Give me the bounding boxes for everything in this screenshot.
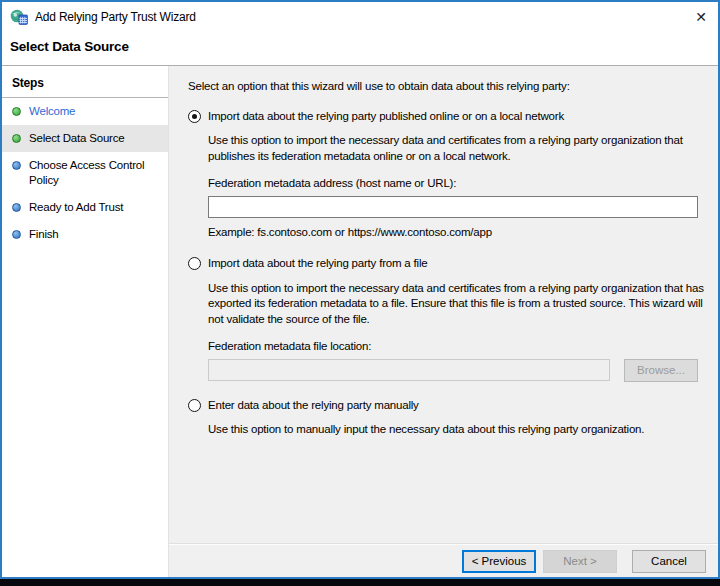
radio-option-import-file[interactable]: Import data about the relying party from… — [188, 256, 708, 272]
metadata-address-label: Federation metadata address (host name o… — [208, 176, 708, 192]
steps-header: Steps — [2, 69, 168, 98]
radio-option-import-online[interactable]: Import data about the relying party publ… — [188, 109, 708, 125]
radio-option-label: Import data about the relying party publ… — [208, 109, 564, 125]
sidebar-item-label: Ready to Add Trust — [29, 200, 123, 215]
window-title: Add Relying Party Trust Wizard — [35, 10, 196, 24]
sidebar-item-choose-access-control-policy: Choose Access Control Policy — [2, 152, 168, 194]
file-location-row: Browse... — [208, 359, 698, 382]
sidebar-item-label: Welcome — [29, 104, 75, 119]
previous-button[interactable]: < Previous — [462, 550, 536, 573]
intro-text: Select an option that this wizard will u… — [188, 79, 708, 95]
screen: Add Relying Party Trust Wizard ✕ Select … — [0, 0, 720, 586]
adfs-wizard-icon — [10, 9, 28, 25]
steps-sidebar: Steps Welcome Select Data Source Choose … — [2, 66, 169, 577]
step-done-bullet-icon — [12, 134, 21, 143]
main-content: Select an option that this wizard will u… — [169, 66, 718, 544]
sidebar-item-label: Select Data Source — [29, 131, 124, 146]
wizard-footer: < Previous Next > Cancel — [169, 544, 718, 577]
sidebar-item-label: Finish — [29, 227, 58, 242]
radio-unselected-icon[interactable] — [188, 399, 201, 412]
browse-button[interactable]: Browse... — [624, 359, 698, 382]
sidebar-item-welcome[interactable]: Welcome — [2, 98, 168, 125]
option-description: Use this option to manually input the ne… — [208, 422, 708, 438]
step-done-bullet-icon — [12, 107, 21, 116]
step-upcoming-bullet-icon — [12, 230, 21, 239]
metadata-file-input[interactable] — [208, 359, 610, 381]
step-upcoming-bullet-icon — [12, 161, 21, 170]
example-text: Example: fs.contoso.com or https://www.c… — [208, 225, 708, 241]
sidebar-item-finish: Finish — [2, 221, 168, 248]
radio-option-label: Import data about the relying party from… — [208, 256, 427, 272]
radio-selected-icon[interactable] — [188, 110, 201, 123]
radio-unselected-icon[interactable] — [188, 257, 201, 270]
page-header: Select Data Source — [2, 32, 718, 66]
title-bar: Add Relying Party Trust Wizard ✕ — [2, 2, 718, 32]
radio-option-enter-manually[interactable]: Enter data about the relying party manua… — [188, 398, 708, 414]
metadata-address-input[interactable] — [208, 196, 698, 218]
page-title: Select Data Source — [10, 39, 710, 54]
cancel-button[interactable]: Cancel — [632, 550, 706, 573]
radio-option-label: Enter data about the relying party manua… — [208, 398, 419, 414]
close-icon[interactable]: ✕ — [684, 2, 718, 32]
wizard-dialog: Add Relying Party Trust Wizard ✕ Select … — [0, 0, 720, 579]
sidebar-item-label: Choose Access Control Policy — [29, 158, 162, 188]
sidebar-item-select-data-source: Select Data Source — [2, 125, 168, 152]
next-button[interactable]: Next > — [543, 550, 617, 573]
option-description: Use this option to import the necessary … — [208, 281, 708, 328]
step-upcoming-bullet-icon — [12, 203, 21, 212]
metadata-file-label: Federation metadata file location: — [208, 339, 708, 355]
sidebar-item-ready-to-add-trust: Ready to Add Trust — [2, 194, 168, 221]
option-description: Use this option to import the necessary … — [208, 133, 708, 164]
